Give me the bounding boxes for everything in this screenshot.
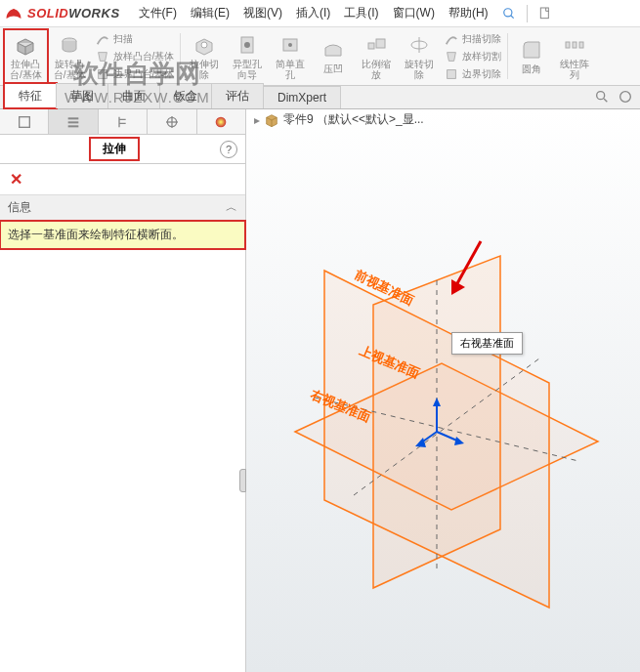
- splitter-handle[interactable]: [239, 469, 246, 492]
- ribbon-scale[interactable]: 比例缩 放: [355, 29, 398, 83]
- menu-file[interactable]: 文件(F): [132, 0, 184, 26]
- ribbon-simple-hole[interactable]: 简单直 孔: [269, 29, 312, 83]
- sidebar-tab-property[interactable]: [49, 109, 98, 134]
- extrude-icon: [14, 33, 37, 57]
- svg-point-0: [503, 8, 511, 16]
- info-header-label: 信息: [8, 199, 31, 216]
- sidebar-tab-appearance[interactable]: [197, 109, 245, 134]
- svg-rect-11: [376, 39, 385, 48]
- ribbon-sweep-group: 扫描 放样凸台/基体 边界凸台/基体: [92, 29, 179, 83]
- menu-tools[interactable]: 工具(I): [337, 0, 385, 26]
- brand-solid: SOLID: [27, 6, 68, 21]
- brand-works: WORKS: [68, 6, 119, 21]
- feature-name: 拉伸: [91, 139, 138, 159]
- svg-rect-22: [68, 121, 79, 123]
- svg-point-27: [216, 116, 227, 127]
- solidworks-logo-icon: [4, 4, 23, 23]
- svg-rect-16: [579, 42, 583, 48]
- ribbon-boundary[interactable]: 边界凸台/基体: [96, 65, 175, 83]
- menu-edit[interactable]: 编辑(E): [184, 0, 236, 26]
- fillet-icon: [520, 38, 543, 62]
- revolve-icon: [58, 33, 81, 57]
- svg-rect-4: [98, 69, 107, 78]
- svg-rect-2: [540, 8, 548, 19]
- sidebar-tab-dim[interactable]: [148, 109, 196, 134]
- svg-point-7: [244, 42, 250, 48]
- sidebar-tabs: [0, 109, 245, 135]
- new-doc-icon[interactable]: [532, 2, 559, 25]
- menu-window[interactable]: 窗口(W): [386, 0, 442, 26]
- annotation-arrow: [442, 236, 491, 305]
- svg-rect-10: [368, 43, 374, 49]
- ribbon-boundary-cut[interactable]: 边界切除: [445, 65, 501, 83]
- svg-point-9: [288, 43, 292, 47]
- svg-point-5: [201, 42, 207, 48]
- sidebar-tab-config[interactable]: [99, 109, 148, 134]
- menu-insert[interactable]: 插入(I): [289, 0, 337, 26]
- zoom-fit-icon[interactable]: [593, 88, 611, 105]
- scale-icon: [364, 33, 388, 57]
- search-icon[interactable]: [495, 2, 523, 25]
- indent-icon: [321, 38, 345, 62]
- menubar: SOLIDWORKS 文件(F) 编辑(E) 视图(V) 插入(I) 工具(I)…: [0, 0, 640, 27]
- plane-tooltip: 右视基准面: [451, 332, 523, 355]
- ribbon-cut-group: 扫描切除 放样切割 边界切除: [441, 29, 505, 83]
- tab-dimxpert[interactable]: DimXpert: [263, 86, 341, 108]
- linear-pattern-icon: [563, 33, 586, 57]
- property-manager: 拉伸 ? ✕ 信息 ︿ 选择一基准面来绘制特征横断面。: [0, 109, 246, 672]
- revolve-cut-icon: [407, 33, 431, 57]
- svg-point-17: [597, 92, 605, 100]
- ribbon-extrude-cut[interactable]: 拉伸切 除: [183, 29, 226, 83]
- ribbon-loft-cut[interactable]: 放样切割: [445, 48, 501, 65]
- ribbon-indent[interactable]: 压凹: [312, 29, 355, 83]
- ribbon-revolve-cut[interactable]: 旋转切 除: [398, 29, 441, 83]
- sidebar-tab-feature-tree[interactable]: [0, 109, 49, 134]
- ribbon-sweep-cut[interactable]: 扫描切除: [445, 30, 501, 48]
- menu-view[interactable]: 视图(V): [236, 0, 289, 26]
- ribbon-revolve-boss[interactable]: 旋转凸 台/基体: [48, 29, 92, 83]
- ribbon: 拉伸凸 台/基体 旋转凸 台/基体 扫描 放样凸台/基体 边界凸台/基体 拉伸切…: [0, 27, 640, 86]
- collapse-icon: ︿: [226, 199, 237, 216]
- svg-rect-21: [68, 117, 79, 119]
- menu-help[interactable]: 帮助(H): [442, 0, 495, 26]
- svg-point-19: [620, 92, 631, 103]
- simple-hole-icon: [278, 33, 302, 57]
- info-header[interactable]: 信息 ︿: [0, 194, 245, 221]
- help-icon[interactable]: ?: [220, 141, 237, 158]
- viewport[interactable]: ▸ 零件9 （默认<<默认>_显... 前视基准面 上视基准面: [246, 109, 640, 672]
- tab-sheetmetal[interactable]: 钣金: [159, 83, 212, 108]
- svg-line-1: [510, 15, 513, 18]
- svg-rect-13: [448, 69, 456, 78]
- svg-line-43: [456, 241, 481, 285]
- tab-feature[interactable]: 特征: [4, 83, 57, 108]
- ribbon-linear-pattern[interactable]: 线性阵 列: [553, 29, 596, 83]
- ribbon-sweep[interactable]: 扫描: [96, 30, 175, 48]
- ribbon-extrude-boss[interactable]: 拉伸凸 台/基体: [4, 29, 48, 83]
- extrude-cut-icon: [192, 33, 216, 57]
- svg-rect-14: [566, 42, 570, 48]
- ribbon-loft[interactable]: 放样凸台/基体: [96, 48, 175, 65]
- view-options-icon[interactable]: [617, 88, 634, 105]
- close-button[interactable]: ✕: [0, 164, 245, 194]
- planes-svg: 前视基准面 上视基准面 右视基准面: [246, 109, 640, 672]
- tab-surface[interactable]: 曲面: [107, 83, 160, 108]
- svg-rect-23: [68, 125, 79, 127]
- hole-icon: [235, 33, 259, 57]
- app-logo: SOLIDWORKS: [4, 4, 120, 23]
- svg-rect-15: [573, 42, 576, 48]
- info-message: 选择一基准面来绘制特征横断面。: [0, 221, 245, 249]
- svg-rect-20: [19, 116, 29, 127]
- tab-evaluate[interactable]: 评估: [211, 83, 264, 108]
- ribbon-fillet[interactable]: 圆角: [510, 29, 553, 83]
- tab-sketch[interactable]: 草图: [56, 83, 108, 108]
- ribbon-hole-wizard[interactable]: 异型孔 向导: [226, 29, 269, 83]
- svg-line-18: [604, 99, 607, 102]
- command-tabs: 特征 草图 曲面 钣金 评估 DimXpert: [0, 86, 640, 109]
